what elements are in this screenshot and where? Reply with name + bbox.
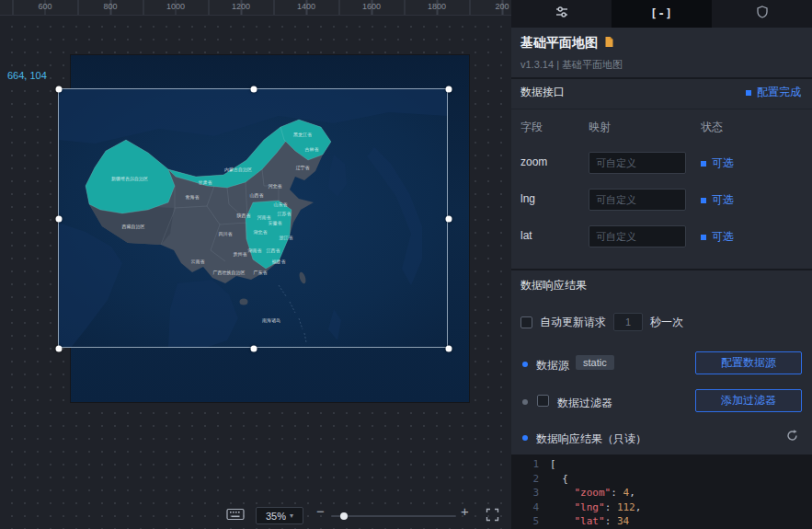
status-square-icon <box>701 198 706 203</box>
selection-handle[interactable] <box>56 346 63 352</box>
mapping-row-lng: lng 可选 <box>511 188 812 212</box>
selection-handle[interactable] <box>251 346 257 352</box>
result-label: 数据响应结果（只读） <box>536 431 646 447</box>
line-number: 1 <box>511 457 550 472</box>
section-title-data-api: 数据接口 <box>520 85 565 100</box>
sliders-icon <box>555 5 569 23</box>
zoom-slider-thumb[interactable] <box>340 512 348 520</box>
status-square-icon <box>746 90 751 96</box>
mapping-input-zoom[interactable] <box>589 152 686 174</box>
line-number: 3 <box>511 486 550 500</box>
auto-update-checkbox[interactable] <box>520 316 532 328</box>
bracket-minus-icon: [-] <box>650 7 673 20</box>
panel-tabbar: [-] <box>511 0 812 28</box>
status-optional: 可选 <box>701 192 734 208</box>
datasource-row: 数据源 static 配置数据源 <box>511 351 812 377</box>
selection-handle[interactable] <box>446 86 452 93</box>
configure-datasource-button[interactable]: 配置数据源 <box>695 351 802 374</box>
zoom-slider[interactable] <box>331 515 456 517</box>
line-number: 5 <box>511 514 550 529</box>
filter-label: 数据过滤器 <box>557 396 612 411</box>
code-text: { <box>550 472 568 487</box>
ruler-mark: 600 <box>38 2 51 11</box>
field-name: zoom <box>520 155 547 168</box>
tab-interaction[interactable] <box>712 0 812 28</box>
canvas-area[interactable]: 60080010001200140016001800200 664, 104 <box>0 0 511 529</box>
ruler-mark: 200 <box>495 2 509 11</box>
top-ruler: 60080010001200140016001800200 <box>0 0 511 16</box>
selection-handle[interactable] <box>446 346 452 352</box>
fit-view-button[interactable] <box>486 508 499 525</box>
config-done-indicator: 配置完成 <box>746 85 801 100</box>
column-header-field: 字段 <box>520 120 543 135</box>
chevron-down-icon: ▾ <box>290 512 293 520</box>
code-text: "zoom": 4, <box>550 486 635 500</box>
zoom-out-button[interactable]: − <box>316 504 325 518</box>
config-done-label: 配置完成 <box>757 85 801 100</box>
component-title: 基础平面地图 <box>520 35 598 52</box>
divider <box>511 77 812 79</box>
ruler-mark: 1000 <box>166 2 185 11</box>
code-text: "lng": 112, <box>550 500 641 515</box>
divider <box>511 269 812 270</box>
status-square-icon <box>701 235 706 240</box>
line-number: 4 <box>511 500 550 515</box>
ruler-mark: 1600 <box>362 2 381 11</box>
line-number: 2 <box>511 472 550 487</box>
datasource-bullet-icon <box>522 362 528 367</box>
result-row: 数据响应结果（只读） <box>511 425 812 451</box>
datasource-type-tag: static <box>576 355 614 370</box>
code-editor[interactable]: 1[2 {3 "zoom": 4,4 "lng": 112,5 "lat": 3… <box>511 454 812 529</box>
field-name: lat <box>520 229 532 242</box>
shield-icon <box>755 5 770 23</box>
code-lines: 1[2 {3 "zoom": 4,4 "lng": 112,5 "lat": 3… <box>511 457 812 529</box>
ruler-mark: 1800 <box>428 2 446 11</box>
datasource-label: 数据源 <box>536 358 569 374</box>
status-optional: 可选 <box>701 229 734 245</box>
code-line: 4 "lng": 112, <box>511 500 812 515</box>
selection-handle[interactable] <box>56 216 63 223</box>
mapping-row-zoom: zoom 可选 <box>511 151 812 175</box>
refresh-button[interactable] <box>785 429 799 446</box>
add-filter-button[interactable]: 添加过滤器 <box>695 389 802 412</box>
auto-update-label: 自动更新请求 <box>540 315 606 330</box>
component-version: v1.3.14 | 基础平面地图 <box>520 58 623 72</box>
status-square-icon <box>701 161 706 167</box>
keyboard-shortcuts-button[interactable] <box>226 508 245 524</box>
filter-checkbox[interactable] <box>537 395 549 407</box>
tab-settings[interactable] <box>511 0 612 28</box>
filter-row: 数据过滤器 添加过滤器 <box>511 389 812 415</box>
code-text: "lat": 34 <box>550 514 629 529</box>
ruler-mark: 1400 <box>297 2 315 11</box>
zoom-in-button[interactable]: + <box>461 504 469 518</box>
auto-update-row: 自动更新请求 秒一次 <box>520 313 683 331</box>
field-name: lng <box>520 192 535 205</box>
interval-suffix: 秒一次 <box>650 315 683 330</box>
mapping-input-lat[interactable] <box>589 225 686 247</box>
result-bullet-icon <box>522 435 528 441</box>
document-icon[interactable] <box>603 35 614 52</box>
divider <box>511 109 812 109</box>
keyboard-icon <box>226 508 245 523</box>
code-line: 2 { <box>511 472 812 487</box>
mapping-row-lat: lat 可选 <box>511 224 812 248</box>
status-optional: 可选 <box>701 155 734 171</box>
selection-handle[interactable] <box>446 216 452 223</box>
mapping-input-lng[interactable] <box>589 189 686 211</box>
code-line: 3 "zoom": 4, <box>511 486 812 500</box>
column-header-mapping: 映射 <box>589 120 611 135</box>
selection-handle[interactable] <box>56 86 63 93</box>
code-line: 1[ <box>511 457 812 472</box>
selection-handle[interactable] <box>251 86 257 93</box>
ruler-mark: 800 <box>103 2 117 11</box>
interval-input[interactable] <box>613 313 643 331</box>
code-text: [ <box>550 457 556 472</box>
editor-window: 60080010001200140016001800200 664, 104 <box>0 0 812 529</box>
selection-box[interactable] <box>58 88 448 348</box>
ruler-mark: 1200 <box>232 2 250 11</box>
column-header-status: 状态 <box>701 120 723 135</box>
tab-data[interactable]: [-] <box>612 0 712 28</box>
section-title-data-response: 数据响应结果 <box>520 278 587 293</box>
zoom-select[interactable]: 35% ▾ <box>256 507 303 524</box>
zoom-value: 35% <box>266 511 286 522</box>
